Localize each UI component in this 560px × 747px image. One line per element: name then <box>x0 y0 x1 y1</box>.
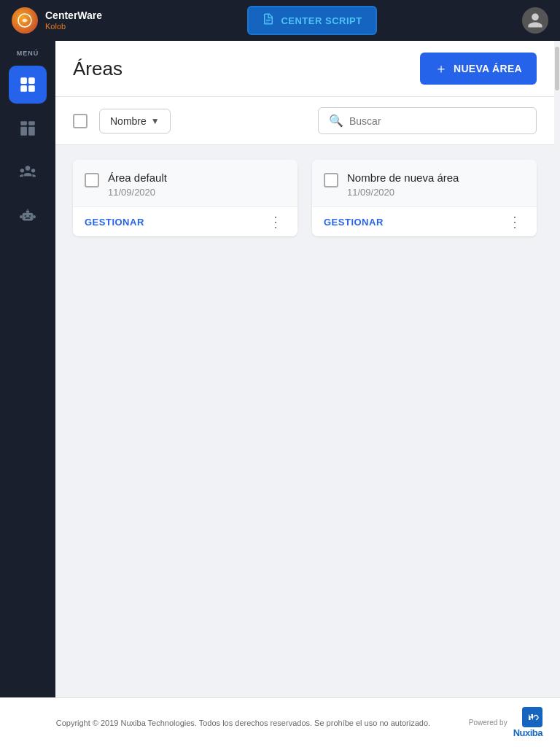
card-footer-2: GESTIONAR ⋮ <box>312 206 537 236</box>
powered-by-text: Powered by <box>469 719 508 727</box>
logo-brand-top: CenterWare <box>45 10 102 21</box>
svg-rect-5 <box>20 121 27 125</box>
select-all-checkbox[interactable] <box>73 114 88 128</box>
logo-area: CenterWare Kolob <box>12 7 102 34</box>
chevron-down-icon: ▼ <box>151 116 160 126</box>
center-script-label: CENTER SCRIPT <box>281 15 362 26</box>
page-header: Áreas ＋ NUEVA ÁREA <box>55 41 554 97</box>
menu-label: MENÚ <box>17 50 39 57</box>
new-area-label: NUEVA ÁREA <box>454 63 522 74</box>
card-title-2: Nombre de nueva área <box>347 171 525 184</box>
center-script-button[interactable]: CENTER SCRIPT <box>247 6 376 35</box>
gestionar-button-1[interactable]: GESTIONAR <box>85 217 144 228</box>
sidebar: MENÚ <box>0 41 55 697</box>
svg-rect-3 <box>20 85 27 92</box>
sidebar-item-dashboard[interactable] <box>9 109 47 147</box>
content-area: Áreas ＋ NUEVA ÁREA Nombre ▼ 🔍 <box>55 41 554 697</box>
svg-point-10 <box>20 169 24 172</box>
cards-area: Área default 11/09/2020 GESTIONAR ⋮ Nomb… <box>55 145 554 697</box>
search-icon: 🔍 <box>329 114 343 128</box>
toolbar: Nombre ▼ 🔍 <box>55 97 554 145</box>
card-date-2: 11/09/2020 <box>347 187 525 198</box>
svg-rect-12 <box>22 213 33 221</box>
card-info-2: Nombre de nueva área 11/09/2020 <box>347 171 525 198</box>
card-body-2: Nombre de nueva área 11/09/2020 <box>312 160 537 206</box>
filter-dropdown[interactable]: Nombre ▼ <box>99 109 171 133</box>
svg-rect-1 <box>20 77 27 84</box>
nuxiba-brand-label: Nuxiba <box>513 727 542 738</box>
svg-rect-15 <box>26 217 31 219</box>
svg-rect-8 <box>28 127 35 136</box>
svg-rect-2 <box>28 77 35 84</box>
svg-rect-16 <box>26 210 29 212</box>
card-checkbox-1[interactable] <box>85 173 99 187</box>
card-title-1: Área default <box>108 171 286 184</box>
user-avatar-button[interactable] <box>522 7 548 34</box>
search-box: 🔍 <box>318 107 537 134</box>
main-layout: MENÚ <box>0 41 560 697</box>
powered-by: Powered by Nuxiba <box>469 707 542 738</box>
svg-point-11 <box>31 169 35 172</box>
script-icon <box>262 12 275 28</box>
app-header: CenterWare Kolob CENTER SCRIPT <box>0 0 560 41</box>
area-card-2: Nombre de nueva área 11/09/2020 GESTIONA… <box>312 160 537 236</box>
svg-rect-17 <box>27 209 28 210</box>
logo-icon <box>12 7 38 34</box>
filter-label: Nombre <box>110 115 147 127</box>
card-date-1: 11/09/2020 <box>108 187 286 198</box>
svg-rect-19 <box>34 215 36 218</box>
svg-rect-13 <box>25 215 26 217</box>
plus-icon: ＋ <box>435 60 448 77</box>
card-body-1: Área default 11/09/2020 <box>73 160 298 206</box>
scrollbar-thumb[interactable] <box>555 47 559 90</box>
sidebar-item-areas[interactable] <box>9 66 47 104</box>
card-checkbox-2[interactable] <box>324 173 338 187</box>
footer: Copyright © 2019 Nuxiba Technologies. To… <box>0 697 560 747</box>
svg-point-9 <box>26 166 31 171</box>
card-info-1: Área default 11/09/2020 <box>108 171 286 198</box>
logo-text: CenterWare Kolob <box>45 10 102 30</box>
area-card-1: Área default 11/09/2020 GESTIONAR ⋮ <box>73 160 298 236</box>
logo-brand-bottom: Kolob <box>45 22 102 31</box>
search-input[interactable] <box>349 115 526 127</box>
nuxiba-icon <box>522 707 542 727</box>
svg-rect-7 <box>20 127 27 136</box>
new-area-button[interactable]: ＋ NUEVA ÁREA <box>420 53 537 85</box>
gestionar-button-2[interactable]: GESTIONAR <box>324 217 384 228</box>
page-title: Áreas <box>73 58 122 80</box>
card-footer-1: GESTIONAR ⋮ <box>73 206 298 236</box>
svg-rect-18 <box>20 215 22 218</box>
scrollbar-track <box>554 41 560 697</box>
sidebar-item-users[interactable] <box>9 153 47 191</box>
sidebar-item-bots[interactable] <box>9 197 47 235</box>
svg-rect-14 <box>29 215 31 217</box>
svg-rect-4 <box>28 85 35 92</box>
footer-copyright: Copyright © 2019 Nuxiba Technologies. To… <box>18 719 469 727</box>
more-options-button-2[interactable]: ⋮ <box>505 214 525 229</box>
more-options-button-1[interactable]: ⋮ <box>265 214 286 229</box>
svg-rect-6 <box>28 121 35 125</box>
